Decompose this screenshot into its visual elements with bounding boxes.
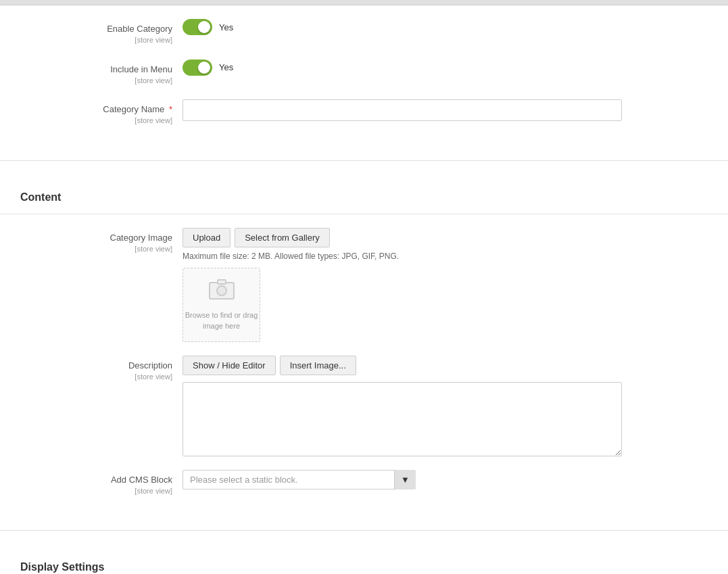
enable-category-toggle[interactable] (183, 19, 212, 35)
camera-icon (209, 278, 235, 305)
enable-category-label: Enable Category [store view] (20, 19, 183, 46)
cms-block-select[interactable]: Please select a static block. (183, 470, 416, 489)
select-from-gallery-button[interactable]: Select from Gallery (235, 228, 330, 247)
category-name-input[interactable] (183, 99, 622, 121)
enable-category-toggle-thumb (198, 21, 210, 33)
category-image-control: Upload Select from Gallery Maximum file … (183, 228, 708, 342)
insert-image-button[interactable]: Insert Image... (280, 356, 356, 375)
description-control: Show / Hide Editor Insert Image... (183, 356, 708, 456)
include-in-menu-store-view: [store view] (20, 76, 172, 86)
description-label: Description [store view] (20, 356, 183, 383)
add-cms-block-label-text: Add CMS Block (111, 475, 172, 485)
category-name-store-view: [store view] (20, 116, 172, 126)
enable-category-store-view: [store view] (20, 35, 172, 45)
category-image-store-view: [store view] (20, 244, 172, 254)
include-in-menu-toggle-label: Yes (219, 62, 233, 72)
required-star: * (169, 104, 172, 114)
add-cms-block-store-view: [store view] (20, 486, 172, 496)
include-in-menu-label-text: Include in Menu (110, 64, 172, 74)
general-section: Enable Category [store view] Yes Include… (0, 5, 728, 153)
include-in-menu-row: Include in Menu [store view] Yes (0, 59, 728, 87)
category-image-label-text: Category Image (110, 233, 173, 243)
image-uploader[interactable]: Browse to find or drag image here (183, 268, 260, 342)
include-in-menu-toggle-thumb (198, 62, 210, 74)
file-info-text: Maximum file size: 2 MB. Allowed file ty… (183, 252, 399, 261)
show-hide-editor-button[interactable]: Show / Hide Editor (183, 356, 276, 375)
enable-category-toggle-label: Yes (219, 22, 233, 32)
description-store-view: [store view] (20, 372, 172, 382)
add-cms-block-row: Add CMS Block [store view] Please select… (0, 470, 728, 497)
enable-category-toggle-track[interactable] (183, 19, 212, 35)
display-settings-section: Display Settings Display Mode [store vie… (0, 537, 728, 574)
section-divider-2 (0, 530, 728, 531)
content-section-title: Content (0, 181, 728, 214)
enable-category-toggle-wrapper: Yes (183, 19, 233, 35)
description-textarea[interactable] (183, 382, 622, 456)
category-name-control (183, 99, 708, 121)
enable-category-row: Enable Category [store view] Yes (0, 19, 728, 46)
category-name-label: Category Name * [store view] (20, 99, 183, 126)
description-buttons: Show / Hide Editor Insert Image... (183, 356, 360, 375)
upload-button[interactable]: Upload (183, 228, 230, 247)
image-uploader-text: Browse to find or drag image here (183, 310, 260, 331)
svg-point-1 (217, 286, 226, 295)
include-in-menu-toggle-track[interactable] (183, 59, 212, 76)
top-bar (0, 0, 728, 5)
display-settings-title: Display Settings (0, 551, 728, 574)
include-in-menu-control: Yes (183, 59, 708, 76)
section-divider-1 (0, 160, 728, 161)
include-in-menu-toggle[interactable] (183, 59, 212, 76)
content-section: Content Category Image [store view] Uplo… (0, 168, 728, 524)
enable-category-control: Yes (183, 19, 708, 35)
enable-category-label-text: Enable Category (107, 24, 172, 34)
page-wrapper: Enable Category [store view] Yes Include… (0, 0, 728, 574)
include-in-menu-toggle-wrapper: Yes (183, 59, 233, 76)
description-row: Description [store view] Show / Hide Edi… (0, 356, 728, 456)
svg-rect-2 (218, 280, 226, 284)
add-cms-block-label: Add CMS Block [store view] (20, 470, 183, 497)
category-name-row: Category Name * [store view] (0, 99, 728, 126)
add-cms-block-control: Please select a static block. ▼ (183, 470, 708, 489)
category-image-buttons: Upload Select from Gallery (183, 228, 334, 247)
category-image-label: Category Image [store view] (20, 228, 183, 255)
include-in-menu-label: Include in Menu [store view] (20, 59, 183, 87)
category-name-label-text: Category Name (103, 104, 164, 114)
description-label-text: Description (128, 360, 172, 370)
category-image-row: Category Image [store view] Upload Selec… (0, 228, 728, 342)
cms-select-wrapper: Please select a static block. ▼ (183, 470, 416, 489)
